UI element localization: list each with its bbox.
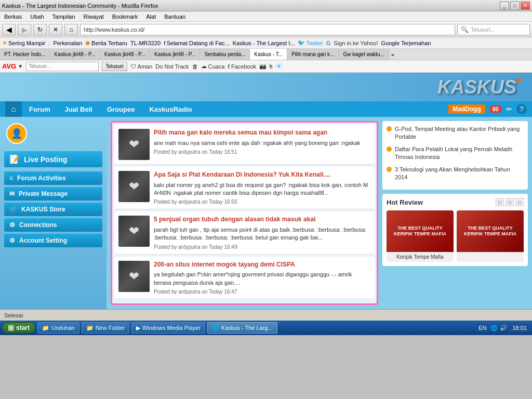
post-item: ❤ Apa Saja si Plat Kendaraan Di Indonesi… — [114, 167, 375, 209]
start-button[interactable]: ⊞ start — [2, 322, 35, 334]
site-nav-radio[interactable]: KaskusRadio — [142, 101, 199, 117]
clock: 18:01 — [509, 324, 530, 332]
tab-7[interactable]: Gw kaget waktu... — [339, 49, 389, 60]
review-product-0[interactable]: THE BEST QUALITY KERIPIK TEMPE MAFIA Ker… — [387, 210, 454, 262]
bookmark-kaskus[interactable]: Kaskus - The Largest I... — [233, 40, 295, 46]
main-layout: 👤 📝 Live Posting ≡ Forum Activities ✉ Pr… — [0, 117, 532, 309]
star-icon: ★ — [2, 39, 7, 46]
trash-item[interactable]: 🗑 — [192, 63, 198, 70]
post-title[interactable]: 5 penjual organ tubuh dengan alasan tida… — [154, 216, 370, 224]
post-title[interactable]: Apa Saja si Plat Kendaraan Di Indonesia?… — [154, 171, 370, 179]
post-title[interactable]: Pilih mana gan kalo mereka semua mau kim… — [154, 129, 370, 137]
reload-button[interactable]: ↻ — [33, 24, 47, 35]
menu-bantuan[interactable]: Bantuan — [162, 12, 188, 21]
bookmark-berita[interactable]: ◉ Berita Terbaru — [85, 39, 127, 46]
site-nav-home[interactable]: ⌂ — [5, 101, 22, 117]
post-image-icon: ❤ — [129, 137, 139, 152]
aman-item[interactable]: 🛡 Aman — [130, 63, 153, 70]
review-prev-button[interactable]: □ — [496, 198, 504, 206]
network-icon: 🌐 — [490, 325, 498, 331]
menu-alat[interactable]: Alat — [144, 12, 158, 21]
tab-3[interactable]: Kaskus jkt48 - P... — [150, 49, 200, 60]
bookmark-perkenalan[interactable]: Perkenalan — [53, 40, 82, 46]
taskbar-item-newfolder[interactable]: 📁 New Folder — [82, 322, 129, 334]
facebook-item[interactable]: f Facebook — [228, 63, 256, 70]
bookmark-facebook[interactable]: f Selamat Datang di Fac... — [164, 40, 230, 46]
review-product-1[interactable]: THE BEST QUALITY KERIPIK TEMPE MAFIA — [457, 210, 524, 262]
username-badge[interactable]: MadDogg — [448, 104, 485, 114]
post-title[interactable]: 200-an situs internet mogok tayang demi … — [154, 261, 370, 269]
live-posting-button[interactable]: 📝 Live Posting — [4, 151, 102, 167]
tab-0[interactable]: PT. Hacker Indo... — [0, 49, 50, 60]
tabs-more-button[interactable]: » — [389, 51, 396, 58]
tab-2[interactable]: Kaskus jkt48 - P... — [100, 49, 150, 60]
forward-button[interactable]: ▶ — [18, 24, 31, 35]
live-posting-icon: 📝 — [9, 154, 20, 164]
back-button[interactable]: ◀ — [2, 24, 16, 35]
avg-icon: AVG — [2, 62, 16, 70]
review-nav-1[interactable]: □ — [506, 198, 514, 206]
bookmark-g[interactable]: G — [326, 40, 331, 46]
do-not-track-item[interactable]: Do Not Track — [155, 63, 189, 70]
search-box[interactable]: 🔍 Telusuri... — [457, 24, 530, 35]
private-message-button[interactable]: ✉ Private Message — [4, 187, 102, 201]
live-posting-label: Live Posting — [24, 155, 67, 164]
close-button[interactable]: ✕ — [521, 2, 530, 10]
maximize-button[interactable]: □ — [510, 2, 520, 10]
site-nav-groupee[interactable]: Groupee — [100, 101, 142, 117]
post-content: 200-an situs internet mogok tayang demi … — [154, 261, 370, 295]
site-nav-jualbeli[interactable]: Jual Beli — [57, 101, 99, 117]
stop-button[interactable]: ✕ — [49, 24, 62, 35]
avg-search-input[interactable] — [26, 62, 99, 71]
address-bar[interactable]: http://www.kaskus.co.id/ — [80, 24, 455, 35]
menu-bar: Berkas Ubah Tampilan Riwayat Bookmark Al… — [0, 11, 532, 22]
tab-1[interactable]: Kaskus jkt48 - P... — [50, 49, 100, 60]
post-thumbnail: ❤ — [118, 129, 150, 160]
right-panel: G-Pod, Tempat Meeting atau Kantor Pribad… — [382, 121, 528, 305]
forum-activities-button[interactable]: ≡ Forum Activities — [4, 171, 102, 185]
bookmark-google-translate[interactable]: Google Terjemahan — [381, 40, 431, 46]
taskbar-item-unduhan[interactable]: 📁 Unduhan — [37, 322, 79, 334]
google-icon: G — [326, 40, 331, 46]
bookmark-sering[interactable]: ★ Sering Mampir — [2, 39, 46, 46]
help-icon[interactable]: ? — [516, 104, 527, 114]
home-button[interactable]: ⌂ — [64, 24, 78, 35]
menu-berkas[interactable]: Berkas — [2, 12, 24, 21]
account-icon: ⚙ — [9, 237, 15, 244]
edit-icon[interactable]: ✏ — [506, 105, 512, 113]
taskbar-item-mediaplayer[interactable]: ▶ Windows Media Player — [131, 322, 205, 334]
site-nav-forum[interactable]: Forum — [22, 101, 57, 117]
tab-5[interactable]: Kaskus - T... — [250, 49, 287, 60]
post-content: Apa Saja si Plat Kendaraan Di Indonesia?… — [154, 171, 370, 205]
cuaca-item[interactable]: ☁ Cuaca — [201, 63, 225, 70]
connections-button[interactable]: ⚙ Connections — [4, 218, 102, 232]
news-item-0[interactable]: G-Pod, Tempat Meeting atau Kantor Pribad… — [387, 125, 524, 141]
minimize-button[interactable]: _ — [500, 2, 509, 10]
more-items[interactable]: 📷 🖱 📧 — [259, 63, 283, 70]
kaskus-store-button[interactable]: 🛒 KASKUS Store — [4, 203, 102, 216]
taskbar-item-kaskus[interactable]: 🌐 Kaskus - The Larg... — [207, 322, 277, 334]
bookmark-tlmr[interactable]: TL-MR3220 — [130, 40, 161, 46]
telusuri-button[interactable]: Telusuri — [102, 62, 127, 71]
folder-icon: 📁 — [86, 325, 94, 331]
news-item-1[interactable]: Daftar Para Pelatih Lokal yang Pernah Me… — [387, 145, 524, 162]
post-image-icon: ❤ — [129, 269, 139, 284]
menu-riwayat[interactable]: Riwayat — [82, 12, 106, 21]
taskbar-right: EN 🌐 🔊 18:01 — [476, 324, 530, 332]
review-next-button[interactable]: □ — [515, 198, 524, 206]
avg-logo[interactable]: AVG ▼ — [2, 62, 23, 70]
menu-bookmark[interactable]: Bookmark — [110, 12, 140, 21]
tab-4[interactable]: Senbatsu perda... — [200, 49, 250, 60]
window-title: Kaskus - The Largest Indonesian Communit… — [2, 3, 158, 9]
news-item-2[interactable]: 3 Teknologi yang Akan Menghebohkan Tahun… — [387, 166, 524, 182]
avg-bar: AVG ▼ Telusuri 🛡 Aman Do Not Track 🗑 ☁ C… — [0, 60, 532, 73]
bookmark-twitter[interactable]: 🐦 Twitter — [298, 39, 323, 46]
menu-ubah[interactable]: Ubah — [28, 12, 46, 21]
product-name-1 — [457, 252, 524, 256]
notification-count[interactable]: 80 — [489, 105, 502, 113]
menu-tampilan[interactable]: Tampilan — [50, 12, 77, 21]
tab-6[interactable]: Pilih mana gan k... — [287, 49, 339, 60]
bookmark-yahoo[interactable]: Sign in ke Yahoo! — [334, 40, 378, 46]
post-content: Pilih mana gan kalo mereka semua mau kim… — [154, 129, 370, 160]
account-setting-button[interactable]: ⚙ Account Setting — [4, 234, 102, 247]
